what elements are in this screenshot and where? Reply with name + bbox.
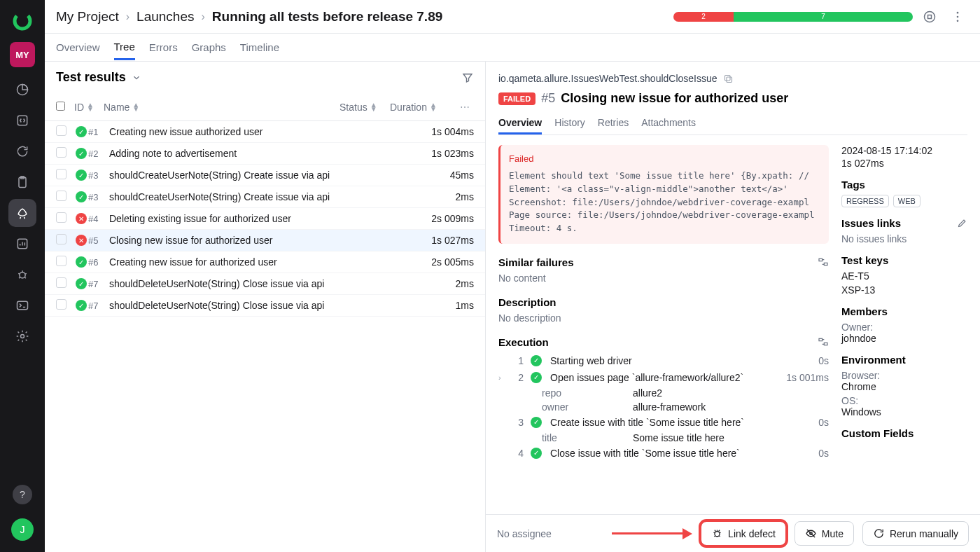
svg-point-6 bbox=[20, 272, 25, 278]
project-avatar[interactable]: MY bbox=[10, 42, 35, 67]
step-duration: 0s bbox=[780, 417, 829, 428]
test-key[interactable]: AE-T5 bbox=[841, 270, 967, 282]
col-id[interactable]: ID▲▼ bbox=[74, 102, 101, 113]
row-id: #3 bbox=[88, 192, 109, 202]
browser-value: Chrome bbox=[841, 381, 967, 392]
step-number: 4 bbox=[514, 448, 524, 459]
execution-step[interactable]: 4 ✓ Close issue with title `Some issue t… bbox=[498, 445, 829, 462]
table-row[interactable]: ✓ #1 Creating new issue authorized user … bbox=[45, 121, 485, 143]
breadcrumb-project[interactable]: My Project bbox=[56, 9, 119, 25]
col-duration[interactable]: Duration▲▼ bbox=[390, 102, 460, 113]
status-failed-segment: 2 bbox=[673, 12, 734, 22]
detail-footer: No assignee Link defect Mute Rerun manua… bbox=[486, 514, 980, 552]
table-row[interactable]: ✕ #5 Closing new issue for authorized us… bbox=[45, 230, 485, 251]
bug-icon bbox=[711, 527, 723, 539]
step-text: Open issues page `allure-framework/allur… bbox=[550, 372, 773, 383]
col-status[interactable]: Status▲▼ bbox=[340, 102, 390, 113]
row-checkbox[interactable] bbox=[56, 277, 66, 288]
execution-step[interactable]: 1 ✓ Starting web driver 0s bbox=[498, 352, 829, 369]
user-avatar[interactable]: J bbox=[11, 518, 34, 541]
logo[interactable] bbox=[10, 8, 35, 34]
similar-failures-action-icon[interactable] bbox=[818, 256, 829, 268]
link-defect-button[interactable]: Link defect bbox=[701, 521, 786, 546]
execution-action-icon[interactable] bbox=[818, 336, 829, 347]
table-more-icon[interactable]: ⋯ bbox=[460, 102, 474, 113]
tab-graphs[interactable]: Graphs bbox=[192, 36, 226, 59]
row-checkbox[interactable] bbox=[56, 125, 66, 136]
tab-overview[interactable]: Overview bbox=[56, 36, 100, 59]
nav-settings-icon[interactable] bbox=[8, 322, 36, 350]
tab-tree[interactable]: Tree bbox=[114, 35, 135, 60]
row-duration: 2s 009ms bbox=[414, 213, 474, 224]
row-name: shouldDeleteUserNote(String) Close issue… bbox=[109, 300, 414, 311]
rerun-button[interactable]: Rerun manually bbox=[862, 521, 969, 546]
status-icon: ✓ bbox=[74, 126, 88, 137]
nav-defects-icon[interactable] bbox=[8, 261, 36, 289]
row-duration: 1s 004ms bbox=[414, 126, 474, 137]
table-row[interactable]: ✓ #3 shouldCreateUserNote(String) Create… bbox=[45, 165, 485, 186]
detail-tab-overview[interactable]: Overview bbox=[498, 113, 542, 134]
row-checkbox[interactable] bbox=[56, 169, 66, 179]
more-menu-button[interactable] bbox=[946, 6, 969, 28]
row-duration: 45ms bbox=[414, 170, 474, 181]
breadcrumb: My Project › Launches › Running all test… bbox=[56, 9, 442, 25]
nav-clipboard-icon[interactable] bbox=[8, 168, 36, 196]
table-row[interactable]: ✓ #2 Adding note to advertisement 1s 023… bbox=[45, 143, 485, 165]
detail-tab-retries[interactable]: Retries bbox=[598, 113, 629, 134]
mute-button[interactable]: Mute bbox=[794, 521, 854, 546]
nav-refresh-icon[interactable] bbox=[8, 137, 36, 165]
help-button[interactable]: ? bbox=[13, 485, 32, 504]
tag-badge[interactable]: REGRESS bbox=[841, 195, 889, 207]
copy-icon[interactable] bbox=[723, 74, 734, 84]
param-value: Some issue title here bbox=[633, 432, 724, 443]
row-id: #4 bbox=[88, 214, 109, 224]
row-checkbox[interactable] bbox=[56, 234, 66, 244]
row-checkbox[interactable] bbox=[56, 147, 66, 158]
param-key: repo bbox=[542, 387, 626, 399]
error-body: Element should text 'Some issue title he… bbox=[509, 170, 820, 235]
nav-code-icon[interactable] bbox=[8, 106, 36, 134]
param-key: owner bbox=[542, 401, 626, 413]
select-all-checkbox[interactable] bbox=[56, 102, 65, 111]
step-status-icon: ✓ bbox=[531, 448, 543, 459]
assignee-text[interactable]: No assignee bbox=[497, 528, 603, 539]
tag-badge[interactable]: WEB bbox=[893, 195, 920, 207]
detail-tab-attachments[interactable]: Attachments bbox=[641, 113, 696, 134]
chevron-down-icon[interactable] bbox=[132, 73, 141, 83]
row-name: Adding note to advertisement bbox=[109, 148, 414, 159]
edit-issues-icon[interactable] bbox=[957, 218, 967, 228]
col-name[interactable]: Name▲▼ bbox=[104, 102, 340, 113]
row-id: #7 bbox=[88, 301, 109, 311]
nav-dashboard-icon[interactable] bbox=[8, 76, 36, 104]
table-row[interactable]: ✕ #4 Deleting existing issue for authori… bbox=[45, 208, 485, 230]
execution-step[interactable]: 3 ✓ Create issue with title `Some issue … bbox=[498, 414, 829, 431]
detail-tab-history[interactable]: History bbox=[554, 113, 585, 134]
error-box: Failed Element should text 'Some issue t… bbox=[498, 145, 829, 244]
test-key[interactable]: XSP-13 bbox=[841, 284, 967, 296]
status-icon: ✓ bbox=[74, 256, 88, 268]
table-row[interactable]: ✓ #7 shouldDeleteUserNote(String) Close … bbox=[45, 273, 485, 295]
row-checkbox[interactable] bbox=[56, 212, 66, 223]
breadcrumb-section[interactable]: Launches bbox=[136, 9, 194, 25]
tab-errors[interactable]: Errors bbox=[149, 36, 178, 59]
table-row[interactable]: ✓ #7 shouldDeleteUserNote(String) Close … bbox=[45, 295, 485, 317]
stop-run-button[interactable] bbox=[918, 6, 941, 28]
nav-terminal-icon[interactable] bbox=[8, 291, 36, 319]
tab-timeline[interactable]: Timeline bbox=[240, 36, 279, 59]
table-row[interactable]: ✓ #3 shouldCreateUserNote(String) Create… bbox=[45, 186, 485, 208]
row-checkbox[interactable] bbox=[56, 299, 66, 310]
row-checkbox[interactable] bbox=[56, 256, 66, 266]
execution-step[interactable]: › 2 ✓ Open issues page `allure-framework… bbox=[498, 369, 829, 386]
os-value: Windows bbox=[841, 406, 967, 418]
issues-links-heading: Issues links bbox=[841, 217, 901, 229]
execution-heading: Execution bbox=[498, 336, 549, 348]
filter-icon[interactable] bbox=[461, 71, 474, 84]
param-value: allure2 bbox=[633, 387, 662, 399]
nav-analytics-icon[interactable] bbox=[8, 230, 36, 258]
table-row[interactable]: ✓ #6 Creating new issue for authorized u… bbox=[45, 251, 485, 273]
nav-launches-icon[interactable] bbox=[8, 199, 36, 227]
row-checkbox[interactable] bbox=[56, 191, 66, 201]
row-name: shouldCreateUserNote(String) Create issu… bbox=[109, 170, 414, 181]
run-status-bar[interactable]: 2 7 bbox=[673, 12, 913, 22]
nav-rail: MY ? J bbox=[0, 0, 45, 552]
